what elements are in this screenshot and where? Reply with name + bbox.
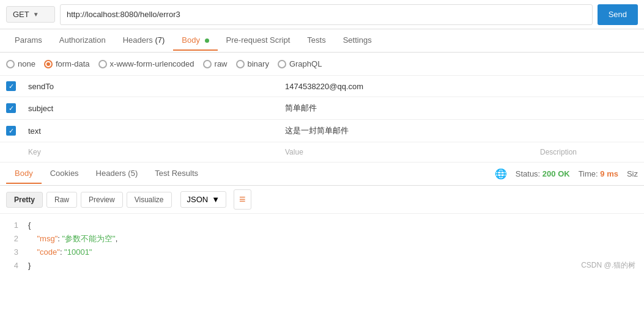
globe-icon[interactable]: 🌐 (495, 168, 507, 180)
radio-label-none: none (18, 59, 35, 68)
view-visualize-button[interactable]: Visualize (127, 192, 172, 208)
url-bar: GET ▼ Send (0, 0, 644, 29)
code-content-3: "code": "10001" (28, 246, 92, 259)
request-tab-bar: Params Authorization Headers (7) Body Pr… (0, 29, 644, 53)
radio-label-raw: raw (215, 59, 228, 68)
format-chevron-icon: ▼ (212, 195, 220, 204)
watermark: CSDN @.猫的树 (581, 259, 635, 271)
resp-tab-cookies[interactable]: Cookies (42, 164, 87, 184)
resp-tab-headers[interactable]: Headers (5) (87, 164, 147, 184)
tab-settings[interactable]: Settings (335, 31, 380, 51)
form-header-row: Key Value Description (0, 142, 644, 162)
view-raw-button[interactable]: Raw (46, 192, 77, 208)
desc-text (534, 120, 644, 142)
line-num-2: 2 (6, 232, 18, 246)
radio-binary[interactable]: binary (236, 59, 269, 68)
radio-raw[interactable]: raw (203, 59, 228, 68)
radio-label-graphql: GraphQL (289, 59, 322, 68)
resp-tab-body[interactable]: Body (6, 164, 42, 184)
desc-subject (534, 97, 644, 120)
code-content-4: } (28, 259, 31, 272)
radio-circle-urlencoded (98, 60, 107, 68)
status-value: 200 OK (542, 169, 570, 178)
form-row-subject: ✓ subject 简单邮件 (0, 97, 644, 120)
resp-tab-testresults[interactable]: Test Results (146, 164, 207, 184)
form-row-text: ✓ text 这是一封简单邮件 (0, 120, 644, 142)
time-value: 9 ms (600, 169, 618, 178)
code-line-1: 1 { (6, 219, 638, 232)
checkbox-text[interactable]: ✓ (6, 126, 16, 136)
key-subject: subject (22, 97, 279, 120)
radio-label-urlencoded: x-www-form-urlencoded (110, 59, 194, 68)
radio-graphql[interactable]: GraphQL (278, 59, 322, 68)
response-tab-bar: Body Cookies Headers (5) Test Results 🌐 … (0, 162, 644, 186)
code-line-3: 3 "code": "10001" (6, 246, 638, 259)
code-content-2: "msg": "参数不能为空", (28, 232, 117, 246)
line-num-4: 4 (6, 259, 18, 272)
col-header-value: Value (279, 142, 534, 162)
radio-circle-raw (203, 60, 212, 68)
code-line-4: 4 } (6, 259, 638, 272)
radio-label-binary: binary (248, 59, 269, 68)
radio-urlencoded[interactable]: x-www-form-urlencoded (98, 59, 194, 68)
body-options: none form-data x-www-form-urlencoded raw… (0, 53, 644, 76)
time-label: Time: 9 ms (579, 169, 618, 178)
view-preview-button[interactable]: Preview (81, 192, 123, 208)
form-row-sendto: ✓ sendTo 1474538220@qq.com (0, 76, 644, 97)
code-line-2: 2 "msg": "参数不能为空", (6, 232, 638, 246)
tab-headers[interactable]: Headers (7) (114, 31, 174, 51)
val-text: 这是一封简单邮件 (279, 120, 534, 142)
tab-params[interactable]: Params (6, 31, 51, 51)
format-select[interactable]: JSON ▼ (180, 191, 227, 208)
col-header-desc: Description (534, 142, 644, 162)
code-content-1: { (28, 219, 31, 232)
tab-body[interactable]: Body (173, 31, 217, 51)
key-sendto: sendTo (22, 76, 279, 97)
size-label: Siz (627, 169, 638, 178)
desc-sendto (534, 76, 644, 97)
method-label: GET (13, 10, 29, 19)
val-sendto: 1474538220@qq.com (279, 76, 534, 97)
code-area: 1 { 2 "msg": "参数不能为空", 3 "code": "10001"… (0, 214, 644, 277)
line-num-1: 1 (6, 219, 18, 232)
radio-circle-graphql (278, 60, 286, 68)
wrap-button[interactable]: ≡ (234, 189, 251, 210)
line-num-3: 3 (6, 246, 18, 259)
url-input[interactable] (60, 4, 593, 25)
radio-label-form-data: form-data (56, 59, 90, 68)
chevron-down-icon: ▼ (33, 11, 39, 18)
tab-authorization[interactable]: Authorization (51, 31, 114, 51)
tab-tests[interactable]: Tests (298, 31, 334, 51)
method-select[interactable]: GET ▼ (6, 6, 55, 23)
view-pretty-button[interactable]: Pretty (6, 192, 43, 208)
code-toolbar: Pretty Raw Preview Visualize JSON ▼ ≡ (0, 186, 644, 214)
radio-none[interactable]: none (6, 59, 35, 68)
radio-circle-form-data (44, 60, 53, 68)
checkbox-subject[interactable]: ✓ (6, 103, 16, 113)
status-bar: 🌐 Status: 200 OK Time: 9 ms Siz (495, 168, 638, 180)
format-label: JSON (187, 195, 209, 204)
val-subject: 简单邮件 (279, 97, 534, 120)
col-header-key: Key (22, 142, 279, 162)
wrap-icon: ≡ (239, 193, 246, 206)
radio-circle-none (6, 60, 15, 68)
form-data-table: ✓ sendTo 1474538220@qq.com ✓ subject 简单邮… (0, 76, 644, 162)
key-text: text (22, 120, 279, 142)
checkbox-sendto[interactable]: ✓ (6, 81, 16, 91)
status-label: Status: 200 OK (516, 169, 570, 178)
send-button[interactable]: Send (598, 4, 638, 25)
radio-circle-binary (236, 60, 245, 68)
radio-form-data[interactable]: form-data (44, 59, 90, 68)
tab-prerequest[interactable]: Pre-request Script (218, 31, 299, 51)
